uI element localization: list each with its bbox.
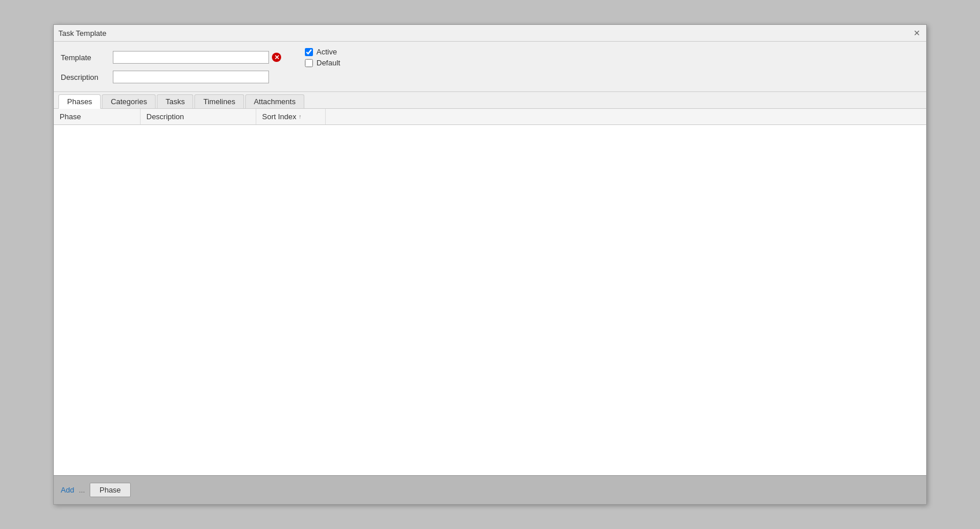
description-label: Description [61, 73, 113, 82]
table-header: Phase Description Sort Index ↑ [54, 109, 926, 125]
tab-timelines[interactable]: Timelines [194, 94, 244, 108]
close-button[interactable]: ✕ [912, 28, 922, 38]
tab-categories[interactable]: Categories [102, 94, 156, 108]
checkbox-area: Active Default [305, 47, 340, 67]
active-label: Active [316, 47, 337, 56]
description-row: Description [61, 71, 919, 83]
col-header-phase[interactable]: Phase [54, 109, 141, 124]
window-title: Task Template [58, 29, 106, 38]
clear-template-button[interactable]: ✕ [271, 52, 282, 63]
col-phase-label: Phase [60, 112, 81, 121]
tab-tasks[interactable]: Tasks [157, 94, 193, 108]
description-input[interactable] [113, 71, 269, 83]
form-area: Template ✕ Active Default Description [54, 42, 926, 92]
clear-icon: ✕ [272, 53, 281, 62]
default-label: Default [316, 58, 340, 67]
active-checkbox-row: Active [305, 47, 340, 56]
content-area: Phase Description Sort Index ↑ [54, 109, 926, 475]
tab-phases[interactable]: Phases [58, 94, 101, 109]
template-label: Template [61, 53, 113, 62]
title-bar: Task Template ✕ [54, 25, 926, 42]
active-checkbox[interactable] [305, 48, 313, 56]
template-row: Template ✕ Active Default [61, 47, 919, 67]
sort-arrow-icon: ↑ [299, 113, 301, 120]
tab-attachments[interactable]: Attachments [245, 94, 304, 108]
footer-ellipsis: ... [79, 486, 85, 494]
footer-bar: Add ... Phase [54, 475, 926, 504]
col-header-sort-index[interactable]: Sort Index ↑ [256, 109, 326, 124]
phase-button[interactable]: Phase [90, 483, 131, 497]
col-header-description[interactable]: Description [141, 109, 256, 124]
table-body [54, 125, 926, 475]
add-button[interactable]: Add [61, 486, 74, 494]
col-description-label: Description [146, 112, 184, 121]
task-template-window: Task Template ✕ Template ✕ Active Defaul… [53, 24, 927, 505]
col-sort-index-label: Sort Index [262, 112, 296, 121]
template-input[interactable] [113, 51, 269, 64]
default-checkbox-row: Default [305, 58, 340, 67]
default-checkbox[interactable] [305, 59, 313, 67]
tab-bar: Phases Categories Tasks Timelines Attach… [54, 92, 926, 109]
